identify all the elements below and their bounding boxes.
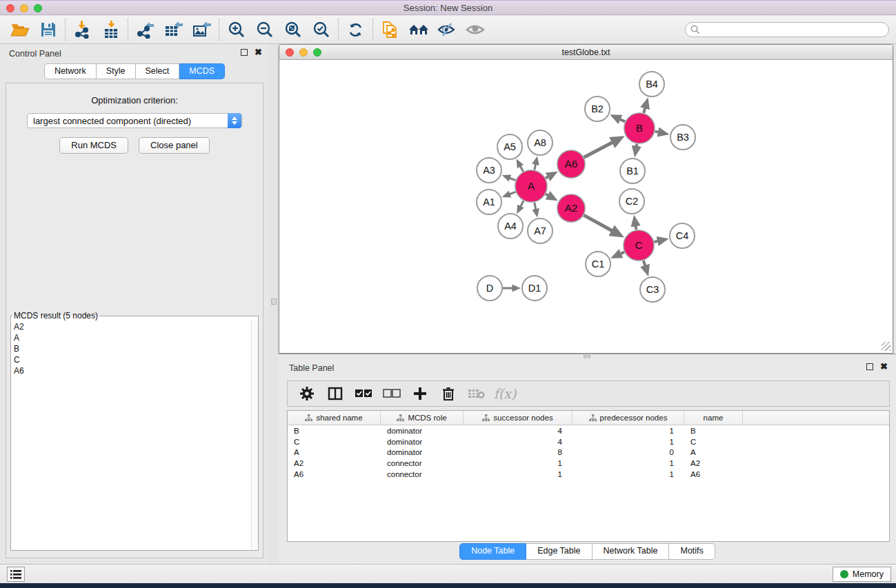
close-panel-icon[interactable]: ✖ — [880, 363, 888, 371]
node-A[interactable]: A — [515, 170, 547, 202]
mcds-result-item[interactable]: A2 — [11, 321, 251, 332]
node-B2[interactable]: B2 — [585, 97, 610, 121]
tab-style[interactable]: Style — [97, 63, 136, 79]
tab-node-table[interactable]: Node Table — [459, 543, 526, 560]
delete-column-button[interactable] — [437, 383, 459, 404]
table-row[interactable]: Cdominator41C — [288, 436, 889, 447]
column-header-successor-nodes[interactable]: successor nodes — [464, 411, 573, 425]
table-row[interactable]: A2connector11A2 — [288, 458, 889, 469]
table-options-button[interactable] — [296, 383, 318, 404]
node-A1[interactable]: A1 — [477, 190, 501, 214]
mcds-list-scrollbar[interactable] — [251, 321, 258, 550]
tab-network-table[interactable]: Network Table — [593, 543, 670, 560]
search-field[interactable] — [685, 22, 889, 37]
node-A3[interactable]: A3 — [477, 158, 501, 183]
node-C3[interactable]: C3 — [640, 277, 665, 302]
edge-A-A5[interactable] — [520, 166, 524, 172]
show-graphics-button[interactable] — [461, 18, 489, 41]
table-row[interactable]: A6connector11A6 — [288, 469, 889, 480]
network-canvas[interactable]: B4B2BB3A8A5A6A3B1AA1C2A2A4A7C4CC1C3DD1 — [280, 60, 892, 352]
import-table-button[interactable] — [97, 18, 125, 41]
optimization-criterion-select[interactable]: largest connected component (directed) — [27, 113, 242, 128]
node-C4[interactable]: C4 — [670, 223, 695, 248]
node-B3[interactable]: B3 — [670, 125, 695, 150]
splitter-handle[interactable] — [271, 298, 277, 305]
node-A7[interactable]: A7 — [528, 219, 552, 243]
save-session-button[interactable] — [34, 18, 62, 41]
close-panel-button[interactable]: Close panel — [139, 137, 210, 154]
node-A8[interactable]: A8 — [528, 130, 552, 155]
column-header-name[interactable]: name — [684, 411, 743, 425]
node-D[interactable]: D — [477, 276, 502, 301]
export-image-button[interactable] — [188, 18, 216, 41]
run-mcds-button[interactable]: Run MCDS — [59, 137, 128, 154]
node-A4[interactable]: A4 — [498, 214, 523, 239]
select-all-columns-button[interactable] — [352, 383, 375, 404]
mcds-result-item[interactable]: C — [11, 354, 251, 365]
deselect-all-columns-button[interactable] — [381, 383, 403, 404]
edge-A-A6[interactable] — [546, 176, 548, 178]
tab-mcds[interactable]: MCDS — [179, 63, 225, 79]
show-panels-button[interactable] — [7, 567, 25, 582]
edge-C-C4[interactable] — [654, 241, 658, 242]
memory-button[interactable]: Memory — [833, 567, 891, 582]
clone-network-button[interactable] — [376, 18, 404, 41]
tab-network[interactable]: Network — [44, 63, 97, 79]
tab-edge-table[interactable]: Edge Table — [526, 543, 592, 560]
node-D1[interactable]: D1 — [522, 276, 547, 301]
edge-C-C3[interactable] — [644, 261, 646, 266]
function-builder-button[interactable]: f(x) — [494, 383, 516, 404]
column-header-shared-name[interactable]: shared name — [288, 411, 381, 425]
close-panel-icon[interactable]: ✖ — [255, 48, 262, 57]
zoom-fit-button[interactable] — [279, 18, 307, 41]
home-button[interactable] — [404, 18, 432, 41]
table-row[interactable]: Adominator80A — [288, 447, 889, 458]
hide-graphics-button[interactable] — [432, 18, 461, 41]
column-header-mcds-role[interactable]: MCDS role — [381, 411, 464, 425]
edge-A-A4[interactable] — [520, 201, 524, 207]
edge-A2-C[interactable] — [584, 215, 613, 231]
edge-C-C2[interactable] — [635, 225, 636, 230]
create-column-button[interactable] — [409, 383, 431, 404]
horizontal-splitter[interactable] — [279, 354, 896, 358]
node-C[interactable]: C — [624, 230, 654, 261]
resize-grip-icon[interactable] — [882, 342, 890, 351]
zoom-selected-button[interactable] — [307, 18, 335, 41]
show-column-button[interactable] — [324, 383, 346, 404]
edge-A-A2[interactable] — [546, 194, 548, 196]
mcds-result-item[interactable]: A6 — [11, 365, 251, 376]
zoom-in-button[interactable] — [222, 18, 250, 41]
import-network-button[interactable] — [68, 18, 97, 41]
edge-B-B3[interactable] — [655, 132, 659, 132]
edge-A6-B[interactable] — [584, 142, 613, 157]
table-row[interactable]: Bdominator41B — [288, 425, 889, 436]
open-session-button[interactable] — [6, 18, 34, 41]
node-B[interactable]: B — [624, 113, 655, 143]
edge-C-C1[interactable] — [620, 252, 624, 254]
edge-A-A1[interactable] — [509, 192, 515, 194]
node-B4[interactable]: B4 — [639, 72, 664, 97]
float-panel-icon[interactable] — [241, 49, 248, 56]
export-table-button[interactable] — [159, 18, 188, 41]
edge-B-B2[interactable] — [619, 119, 625, 122]
node-C2[interactable]: C2 — [619, 189, 644, 214]
edge-B-B1[interactable] — [637, 144, 637, 148]
node-C1[interactable]: C1 — [586, 252, 610, 276]
edge-A-A7[interactable] — [535, 203, 536, 210]
refresh-button[interactable] — [341, 18, 370, 41]
node-B1[interactable]: B1 — [620, 159, 645, 183]
vertical-splitter[interactable] — [269, 44, 279, 564]
tab-motifs[interactable]: Motifs — [669, 543, 715, 560]
search-input[interactable] — [700, 23, 888, 36]
node-A5[interactable]: A5 — [497, 134, 522, 159]
float-panel-icon[interactable] — [866, 363, 873, 370]
node-A2[interactable]: A2 — [557, 194, 585, 222]
delete-table-button[interactable] — [466, 383, 488, 404]
edge-A-A8[interactable] — [535, 164, 536, 170]
edge-A-A3[interactable] — [509, 178, 515, 180]
zoom-out-button[interactable] — [250, 18, 279, 41]
column-header-predecessor-nodes[interactable]: predecessor nodes — [573, 411, 684, 425]
mcds-result-item[interactable]: A — [11, 332, 251, 343]
tab-select[interactable]: Select — [136, 63, 180, 79]
node-A6[interactable]: A6 — [557, 150, 585, 178]
